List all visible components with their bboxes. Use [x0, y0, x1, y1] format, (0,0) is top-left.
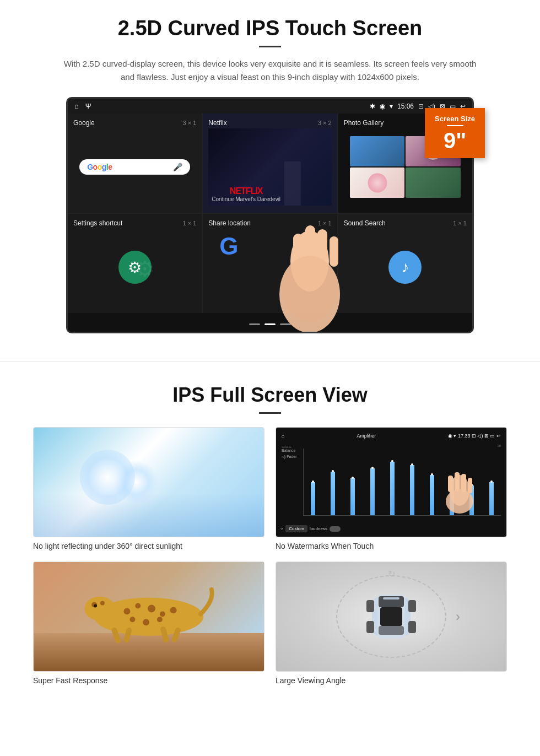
- sound-search-content: ♪: [344, 227, 467, 307]
- equalizer-container: 10: [303, 444, 501, 516]
- amp-fader: ◁) Fader: [282, 455, 301, 459]
- eq-col-6: [403, 449, 422, 515]
- badge-divider: [447, 125, 463, 126]
- time-display: 15:06: [397, 102, 414, 110]
- svg-rect-35: [366, 600, 374, 612]
- app-cell-share-location[interactable]: Share location 1 × 1 G: [203, 214, 337, 313]
- svg-rect-38: [408, 621, 416, 633]
- sunlight-background: [34, 428, 264, 537]
- app-cell-sound-search[interactable]: Sound Search 1 × 1 ♪: [338, 214, 472, 313]
- car-oval: [336, 575, 446, 658]
- svg-rect-39: [383, 597, 399, 600]
- svg-point-15: [135, 603, 141, 608]
- device-mockup: Screen Size 9" ⌂ Ψ ✱ ◉ ▾ 15:06 ⊡ ◁) ⊠: [66, 97, 474, 333]
- home-icon: ⌂: [74, 102, 79, 110]
- eq-col-5: [383, 449, 402, 515]
- car-background: › ↻: [276, 562, 506, 671]
- status-left: ⌂ Ψ: [74, 102, 91, 110]
- svg-rect-11: [461, 474, 466, 492]
- google-content: Google 🎤: [73, 127, 196, 207]
- car-top-view: [361, 592, 422, 641]
- amp-main: ⚌⚌⚌ Balance ◁) Fader 10: [282, 444, 501, 516]
- amp-footer: ‹‹ Custom loudness: [280, 525, 341, 532]
- svg-rect-34: [380, 607, 402, 626]
- camera-icon: ⊡: [418, 102, 424, 110]
- eq-scale: 10: [303, 444, 501, 447]
- netflix-content: ▶ NETFLIX Continue Marvel's Daredevil: [208, 127, 331, 207]
- cheetah-image-box: [33, 561, 264, 672]
- google-g-icon: G: [219, 233, 238, 260]
- eq-col-7: [423, 449, 441, 515]
- wifi-icon: ▾: [390, 102, 393, 110]
- svg-rect-9: [448, 476, 453, 492]
- title-underline: [259, 46, 281, 47]
- section-curved-screen: 2.5D Curved IPS Touch Screen With 2.5D c…: [0, 0, 540, 344]
- app-cell-settings[interactable]: Settings shortcut 1 × 1 ⚙ ⚙: [68, 214, 202, 313]
- badge-title: Screen Size: [435, 115, 475, 123]
- app-cell-google[interactable]: Google 3 × 1 Google 🎤: [68, 114, 202, 213]
- image-card-car: › ↻ Large Viewing Angle: [276, 561, 507, 685]
- section-ips-view: IPS Full Screen View No light reflecting…: [0, 378, 540, 701]
- google-logo: Google: [87, 163, 112, 171]
- svg-rect-10: [455, 472, 460, 492]
- svg-point-20: [143, 619, 149, 625]
- screen-size-badge: Screen Size 9": [425, 108, 485, 158]
- amp-sidebar: ⚌⚌⚌ Balance ◁) Fader: [282, 444, 301, 516]
- share-content: G: [208, 227, 331, 307]
- svg-point-21: [157, 617, 163, 622]
- netflix-logo: NETFLIX: [212, 186, 280, 196]
- dot-2: [264, 323, 276, 325]
- sound-search-label: Sound Search 1 × 1: [344, 219, 467, 227]
- amp-icons: ◉ ▾ 17:33 ⊡ ◁) ⊠ ▭ ↩: [448, 433, 501, 439]
- image-card-sunlight: No light reflecting under 360° direct su…: [33, 427, 264, 550]
- signal-icon: Ψ: [85, 102, 91, 110]
- app-cell-netflix[interactable]: Netflix 3 × 2 ▶ NETFLIX Continue: [203, 114, 337, 213]
- bluetooth-icon: ✱: [370, 102, 375, 110]
- google-search-bar[interactable]: Google 🎤: [79, 159, 190, 175]
- svg-rect-33: [379, 626, 404, 635]
- svg-point-17: [160, 611, 165, 617]
- section2-title: IPS Full Screen View: [33, 384, 507, 407]
- eq-bar-6: [410, 465, 414, 515]
- dot-3: [280, 323, 291, 325]
- section1-description: With 2.5D curved-display screen, this de…: [61, 57, 479, 84]
- svg-point-18: [170, 607, 177, 613]
- svg-point-25: [94, 604, 97, 607]
- dot-1: [249, 323, 260, 325]
- cheetah-background: [34, 562, 264, 671]
- svg-point-16: [148, 604, 155, 612]
- loudness-label: loudness: [310, 526, 327, 531]
- amp-home-icon: ⌂: [282, 433, 284, 439]
- sunlight-caption: No light reflecting under 360° direct su…: [33, 542, 264, 550]
- title-underline-2: [259, 412, 281, 414]
- image-card-amplifier: ⌂ Amplifier ◉ ▾ 17:33 ⊡ ◁) ⊠ ▭ ↩ ⚌⚌⚌ Bal…: [276, 427, 507, 550]
- amp-header: ⌂ Amplifier ◉ ▾ 17:33 ⊡ ◁) ⊠ ▭ ↩: [282, 433, 501, 439]
- netflix-subtitle: Continue Marvel's Daredevil: [212, 196, 280, 202]
- map-marker: [306, 230, 315, 246]
- amp-hand-touch: [440, 471, 479, 517]
- section-divider: [0, 361, 540, 361]
- amp-prev: ‹‹: [280, 526, 283, 531]
- loudness-toggle: [330, 526, 341, 532]
- sunlight-image-box: [33, 427, 264, 537]
- netflix-info: NETFLIX Continue Marvel's Daredevil: [212, 186, 280, 202]
- share-label: Share location 1 × 1: [208, 219, 331, 227]
- image-card-cheetah: Super Fast Response: [33, 561, 264, 685]
- eq-col-1: [304, 449, 322, 515]
- svg-point-22: [84, 596, 115, 620]
- cheetah-svg: [45, 579, 252, 644]
- settings-ghost-icon: ⚙: [135, 256, 155, 282]
- page-indicator: [68, 313, 472, 332]
- amplifier-background: ⌂ Amplifier ◉ ▾ 17:33 ⊡ ◁) ⊠ ▭ ↩ ⚌⚌⚌ Bal…: [276, 428, 506, 537]
- mic-icon: 🎤: [173, 163, 182, 171]
- settings-icon-wrapper: ⚙ ⚙: [118, 251, 152, 284]
- amplifier-caption: No Watermarks When Touch: [276, 542, 507, 550]
- custom-btn: Custom: [285, 525, 307, 532]
- eq-col-4: [363, 449, 382, 515]
- cheetah-caption: Super Fast Response: [33, 676, 264, 685]
- svg-rect-12: [468, 478, 472, 493]
- sound-search-icon: ♪: [388, 251, 422, 284]
- eq-bar-1: [311, 482, 315, 516]
- svg-point-14: [123, 608, 130, 614]
- eq-bar-3: [350, 478, 355, 515]
